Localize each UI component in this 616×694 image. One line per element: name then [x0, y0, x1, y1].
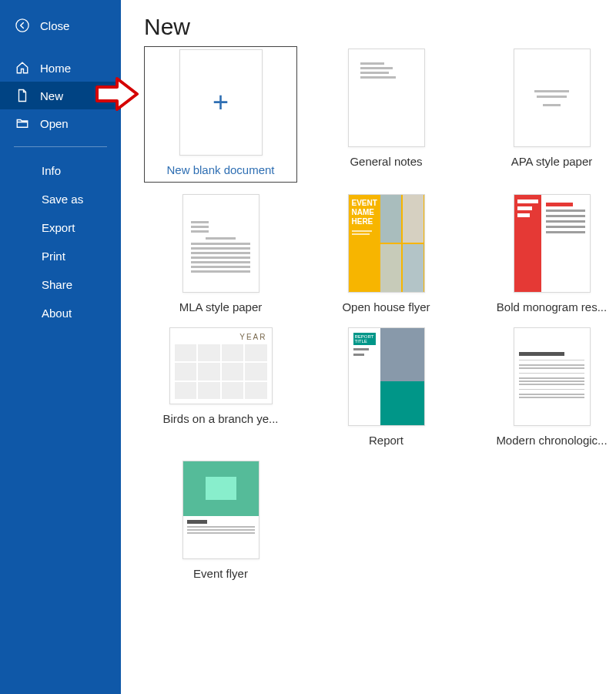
subnav-label: About	[42, 307, 72, 320]
close-button[interactable]: Close	[0, 14, 121, 37]
nav-label: New	[40, 89, 63, 102]
subnav-item-print[interactable]: Print	[0, 242, 121, 270]
template-open-house-flyer[interactable]: EVENTNAMEHERE Open house flyer	[310, 192, 463, 316]
nav-item-open[interactable]: Open	[0, 109, 121, 137]
page-title: New	[144, 14, 616, 40]
subnav-label: Save as	[42, 193, 83, 206]
template-apa-paper[interactable]: APA style paper	[475, 46, 616, 183]
template-report[interactable]: REPORT TITLE Report	[310, 325, 463, 449]
subnav-label: Share	[42, 278, 72, 291]
template-blank-document[interactable]: + New blank document	[144, 46, 297, 183]
template-general-notes[interactable]: General notes	[310, 46, 463, 183]
nav-item-home[interactable]: Home	[0, 54, 121, 82]
template-bold-monogram-resume[interactable]: Bold monogram res...	[475, 192, 616, 316]
subnav-item-about[interactable]: About	[0, 299, 121, 327]
template-modern-chronological-resume[interactable]: Modern chronologic...	[475, 325, 616, 449]
subnav-label: Info	[42, 164, 61, 177]
template-thumbnail: REPORT TITLE	[348, 327, 425, 426]
template-thumbnail	[182, 461, 259, 559]
svg-point-0	[16, 19, 28, 32]
new-doc-icon	[15, 89, 29, 102]
subnav-label: Print	[42, 250, 65, 263]
subnav-item-save-as[interactable]: Save as	[0, 185, 121, 213]
template-label: Report	[369, 434, 403, 447]
nav-label: Open	[40, 117, 69, 130]
template-label: APA style paper	[511, 155, 593, 168]
nav-label: Home	[40, 62, 71, 75]
template-thumbnail	[514, 49, 591, 147]
template-label: New blank document	[166, 163, 274, 176]
close-label: Close	[40, 19, 69, 32]
open-folder-icon	[15, 116, 29, 130]
home-icon	[15, 61, 29, 75]
template-thumbnail: EVENTNAMEHERE	[348, 194, 425, 293]
subnav-label: Export	[42, 221, 75, 234]
template-thumbnail	[182, 194, 259, 293]
main-content: New + New blank document General notes	[121, 0, 616, 694]
sidebar-divider	[14, 146, 107, 147]
template-mla-paper[interactable]: MLA style paper	[144, 192, 297, 316]
template-label: Birds on a branch ye...	[162, 412, 278, 425]
template-label: Event flyer	[193, 567, 248, 580]
template-label: Open house flyer	[342, 300, 430, 313]
template-thumbnail: +	[179, 49, 263, 156]
plus-icon: +	[213, 86, 229, 119]
template-label: General notes	[350, 155, 422, 168]
template-thumbnail	[514, 327, 591, 426]
template-thumbnail	[348, 49, 425, 147]
nav-item-new[interactable]: New	[0, 82, 121, 109]
template-thumbnail	[514, 194, 591, 293]
template-thumbnail: YEAR	[169, 327, 273, 404]
backstage-sidebar: Close Home New Open Info Save as Export …	[0, 0, 121, 694]
subnav-item-info[interactable]: Info	[0, 156, 121, 185]
template-birds-branch-calendar[interactable]: YEAR Birds on a branch ye...	[144, 325, 297, 449]
template-label: Bold monogram res...	[497, 300, 607, 313]
secondary-nav: Info Save as Export Print Share About	[0, 156, 121, 327]
template-label: Modern chronologic...	[496, 434, 607, 447]
subnav-item-share[interactable]: Share	[0, 270, 121, 299]
primary-nav: Home New Open	[0, 54, 121, 137]
back-arrow-icon	[15, 18, 29, 32]
subnav-item-export[interactable]: Export	[0, 213, 121, 242]
template-event-flyer[interactable]: Event flyer	[144, 458, 297, 582]
template-grid: + New blank document General notes	[144, 46, 616, 582]
template-label: MLA style paper	[179, 300, 263, 313]
